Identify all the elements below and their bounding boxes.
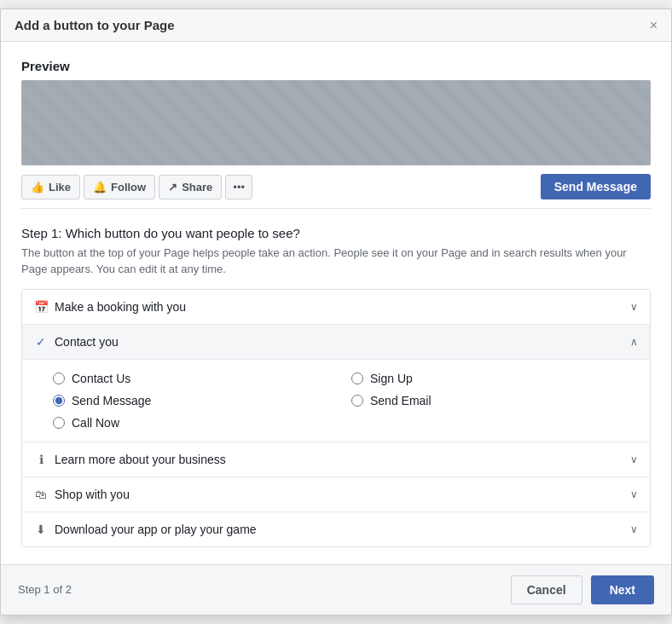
- dialog-header: Add a button to your Page ×: [1, 9, 671, 42]
- step-indicator: Step 1 of 2: [18, 583, 72, 596]
- radio-contact-us-input[interactable]: [53, 373, 65, 384]
- share-button[interactable]: ↗ Share: [159, 175, 222, 199]
- step-description: The button at the top of your Page helps…: [21, 246, 651, 276]
- option-booking[interactable]: 📅 Make a booking with you ∨: [22, 290, 650, 325]
- add-button-dialog: Add a button to your Page × Preview 👍 Li…: [0, 9, 672, 615]
- option-shop[interactable]: 🛍 Shop with you ∨: [22, 477, 650, 512]
- radio-send-email-input[interactable]: [351, 395, 363, 407]
- shop-chevron: ∨: [630, 488, 638, 500]
- contact-sub-options: Contact Us Sign Up Send Message Sen: [22, 360, 650, 442]
- options-list: 📅 Make a booking with you ∨ ✓ Contact yo…: [21, 289, 651, 547]
- booking-label: Make a booking with you: [55, 300, 186, 314]
- follow-icon: 🔔: [93, 181, 107, 194]
- download-chevron: ∨: [630, 523, 638, 535]
- learn-more-chevron: ∨: [630, 454, 638, 465]
- booking-chevron: ∨: [630, 301, 638, 313]
- radio-send-message-input[interactable]: [53, 395, 65, 407]
- next-button[interactable]: Next: [591, 575, 654, 604]
- step-title: Step 1: Which button do you want people …: [21, 226, 651, 240]
- radio-send-email[interactable]: Send Email: [351, 394, 633, 407]
- dialog-footer: Step 1 of 2 Cancel Next: [1, 564, 671, 615]
- option-download[interactable]: ⬇ Download your app or play your game ∨: [22, 512, 650, 546]
- booking-icon: 📅: [34, 300, 48, 314]
- option-learn-more[interactable]: ℹ Learn more about your business ∨: [22, 442, 650, 477]
- dialog-body: Preview 👍 Like 🔔 Follow ↗ Share ••• Send…: [1, 42, 671, 563]
- learn-more-icon: ℹ: [34, 453, 48, 466]
- footer-buttons: Cancel Next: [511, 575, 654, 604]
- radio-grid: Contact Us Sign Up Send Message Sen: [53, 372, 633, 430]
- contact-label: Contact you: [55, 335, 119, 349]
- like-button[interactable]: 👍 Like: [21, 175, 80, 199]
- shop-label: Shop with you: [55, 488, 130, 501]
- preview-actions: 👍 Like 🔔 Follow ↗ Share ••• Send Message: [21, 165, 651, 209]
- contact-check-icon: ✓: [34, 335, 48, 349]
- radio-send-message[interactable]: Send Message: [53, 394, 334, 407]
- radio-call-now[interactable]: Call Now: [53, 416, 334, 430]
- like-icon: 👍: [31, 181, 44, 194]
- option-contact[interactable]: ✓ Contact you ∧: [22, 325, 650, 360]
- download-label: Download your app or play your game: [55, 523, 257, 536]
- learn-more-label: Learn more about your business: [55, 453, 226, 466]
- more-options-button[interactable]: •••: [225, 175, 252, 199]
- step-section: Step 1: Which button do you want people …: [21, 226, 651, 546]
- preview-banner: [21, 80, 651, 165]
- shop-icon: 🛍: [34, 488, 48, 501]
- radio-call-now-input[interactable]: [53, 417, 65, 429]
- close-button[interactable]: ×: [650, 19, 658, 32]
- send-message-preview-button[interactable]: Send Message: [541, 174, 651, 199]
- radio-sign-up[interactable]: Sign Up: [351, 372, 633, 385]
- contact-chevron: ∧: [630, 336, 638, 348]
- share-icon: ↗: [168, 181, 177, 194]
- follow-button[interactable]: 🔔 Follow: [84, 175, 155, 199]
- dialog-title: Add a button to your Page: [14, 18, 175, 32]
- preview-label: Preview: [21, 59, 651, 73]
- radio-contact-us[interactable]: Contact Us: [53, 372, 334, 385]
- banner-pattern: [21, 80, 651, 165]
- download-icon: ⬇: [34, 523, 48, 536]
- radio-sign-up-input[interactable]: [351, 373, 363, 384]
- cancel-button[interactable]: Cancel: [511, 575, 582, 604]
